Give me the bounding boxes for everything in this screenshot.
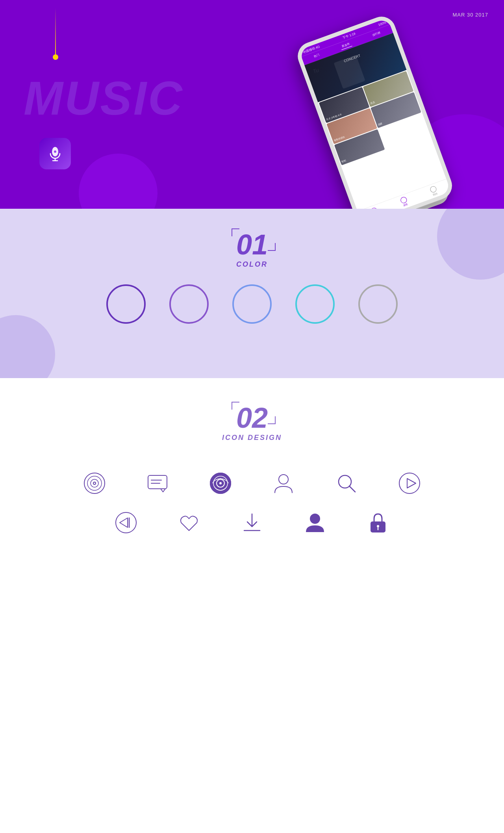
- svg-point-3: [54, 150, 56, 153]
- color-circle-2: [169, 284, 209, 324]
- icon-section-header: 02 ICON DESIGN: [222, 402, 282, 442]
- download-icon: [240, 511, 264, 534]
- radio-icon: [209, 471, 232, 495]
- icon-number-bracket: 02: [232, 402, 272, 432]
- color-section-label: COLOR: [236, 260, 268, 269]
- mic-icon-svg: [46, 145, 64, 162]
- phone-body: 中国移动 4G 下午 1:19 100% 热门 新发布 排行榜 Tu CONCE…: [294, 13, 456, 209]
- download-icon-item: [238, 509, 266, 536]
- lock-icon: [366, 511, 390, 534]
- bottom-nav-mine: 我的: [429, 185, 439, 197]
- phone-mockup: 中国移动 4G 下午 1:19 100% 热门 新发布 排行榜 Tu CONCE…: [294, 0, 504, 209]
- search-icon: [335, 471, 358, 495]
- svg-line-18: [349, 486, 355, 492]
- svg-point-5: [87, 476, 102, 490]
- icon-row-1: [81, 469, 423, 497]
- rewind-icon-item: [112, 509, 140, 536]
- svg-rect-8: [148, 475, 167, 489]
- color-circle-5: [358, 284, 398, 324]
- icon-section-label: ICON DESIGN: [222, 434, 282, 442]
- chat-icon-item: [144, 469, 171, 497]
- icon-row-2: [112, 509, 392, 536]
- music-title: MUSIC: [24, 71, 184, 125]
- number-bracket: 01: [232, 228, 272, 259]
- svg-marker-22: [120, 518, 128, 527]
- svg-point-21: [116, 512, 136, 533]
- svg-point-15: [219, 482, 222, 485]
- svg-point-6: [91, 479, 98, 487]
- decorative-line: [55, 8, 56, 55]
- search-icon-item: [333, 469, 360, 497]
- svg-point-19: [399, 473, 420, 493]
- bracket-top-left: [232, 228, 239, 236]
- vinyl-icon: [83, 471, 106, 495]
- color-circle-3: [232, 284, 272, 324]
- hero-section: MAR 30 2017 MUSIC 中国移动 4G 下午 1:19 100%: [0, 0, 504, 209]
- grid-label-5: 智蛇: [341, 159, 346, 164]
- play-icon-item: [396, 469, 423, 497]
- color-circle-1: [106, 284, 146, 324]
- play-icon: [398, 471, 421, 495]
- color-section-header: 01 COLOR: [232, 228, 272, 269]
- rewind-icon: [114, 511, 138, 534]
- phone-screen: 中国移动 4G 下午 1:19 100% 热门 新发布 排行榜 Tu CONCE…: [299, 18, 451, 209]
- grid-label-2: 演员: [370, 100, 375, 106]
- radio-icon-item: [207, 469, 234, 497]
- heart-icon-item: [175, 509, 203, 536]
- svg-point-16: [279, 475, 288, 484]
- bracket-bottom-right: [268, 243, 276, 251]
- profile-icon-item: [301, 509, 329, 536]
- color-circles: [106, 284, 398, 324]
- user-icon: [272, 471, 295, 495]
- icon-bracket-bottom-right: [268, 416, 276, 424]
- bg-circle-2: [79, 154, 158, 209]
- color-circle-4: [295, 284, 335, 324]
- bottom-nav-discover: 发现: [400, 196, 409, 208]
- phone-bottom-nav: 音乐 发现 我的: [358, 179, 451, 209]
- color-bg-circle-right: [437, 209, 504, 280]
- color-section: 01 COLOR: [0, 209, 504, 378]
- lock-icon-item: [364, 509, 392, 536]
- icon-bracket-top-left: [232, 402, 239, 410]
- user-icon-item: [270, 469, 297, 497]
- nav-hot: 热门: [312, 52, 322, 60]
- svg-point-7: [93, 482, 96, 484]
- icon-section: 02 ICON DESIGN: [0, 378, 504, 599]
- grid-label-4: 国家: [378, 122, 383, 127]
- svg-point-26: [310, 514, 320, 523]
- vinyl-icon-item: [81, 469, 108, 497]
- line-dot: [53, 54, 58, 60]
- app-icon: [39, 138, 71, 169]
- svg-marker-20: [407, 479, 416, 488]
- profile-icon: [303, 511, 327, 534]
- heart-icon: [177, 511, 201, 534]
- chat-icon: [146, 471, 169, 495]
- color-bg-circle-left: [0, 315, 55, 378]
